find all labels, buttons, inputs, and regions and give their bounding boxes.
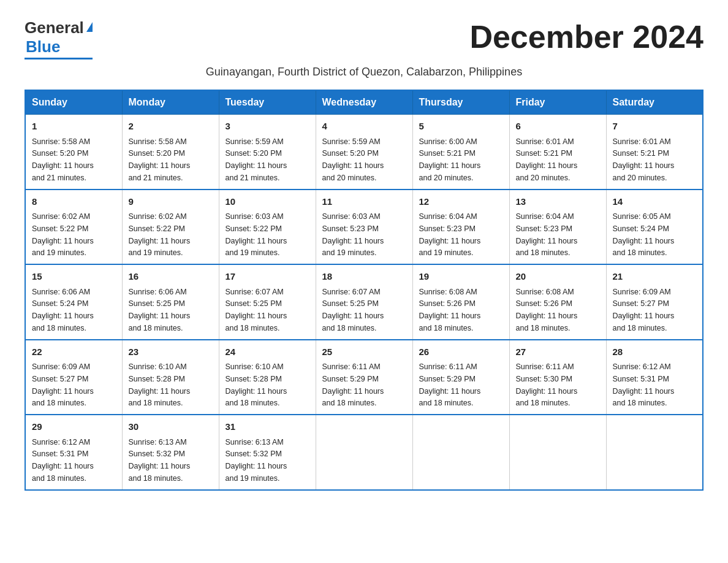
calendar-cell: 31 Sunrise: 6:13 AMSunset: 5:32 PMDaylig… [219,415,316,490]
day-number: 2 [129,120,213,134]
calendar-week-row: 29 Sunrise: 6:12 AMSunset: 5:31 PMDaylig… [25,415,703,490]
day-number: 3 [226,120,309,134]
page-header: General Blue December 2024 [25,18,703,59]
day-info: Sunrise: 6:01 AMSunset: 5:21 PMDaylight:… [516,137,578,182]
day-number: 19 [419,270,503,284]
day-info: Sunrise: 5:58 AMSunset: 5:20 PMDaylight:… [129,137,191,182]
calendar-cell: 15 Sunrise: 6:06 AMSunset: 5:24 PMDaylig… [25,264,122,340]
logo-triangle-icon [86,22,93,32]
day-number: 26 [419,345,503,359]
day-number: 7 [613,120,697,134]
day-info: Sunrise: 6:11 AMSunset: 5:29 PMDaylight:… [322,362,384,407]
day-info: Sunrise: 6:07 AMSunset: 5:25 PMDaylight:… [226,288,287,332]
day-info: Sunrise: 6:09 AMSunset: 5:27 PMDaylight:… [613,288,675,332]
calendar-cell: 8 Sunrise: 6:02 AMSunset: 5:22 PMDayligh… [25,190,122,265]
day-number: 11 [322,195,406,209]
calendar-header-thursday: Thursday [412,90,509,115]
calendar-cell: 18 Sunrise: 6:07 AMSunset: 5:25 PMDaylig… [316,264,412,340]
day-number: 5 [419,120,503,134]
calendar-cell: 25 Sunrise: 6:11 AMSunset: 5:29 PMDaylig… [316,340,412,415]
day-info: Sunrise: 6:02 AMSunset: 5:22 PMDaylight:… [129,212,191,257]
calendar-week-row: 1 Sunrise: 5:58 AMSunset: 5:20 PMDayligh… [25,115,703,190]
calendar-header-sunday: Sunday [25,90,122,115]
calendar-cell: 7 Sunrise: 6:01 AMSunset: 5:21 PMDayligh… [606,115,703,190]
calendar-cell: 27 Sunrise: 6:11 AMSunset: 5:30 PMDaylig… [509,340,606,415]
day-number: 8 [32,195,116,209]
day-number: 13 [516,195,600,209]
day-number: 22 [32,345,116,359]
calendar-header-saturday: Saturday [606,90,703,115]
day-number: 10 [226,195,309,209]
day-number: 20 [516,270,600,284]
day-info: Sunrise: 6:13 AMSunset: 5:32 PMDaylight:… [226,438,287,483]
logo-underline [25,58,93,59]
day-number: 24 [226,345,309,359]
day-info: Sunrise: 6:09 AMSunset: 5:27 PMDaylight:… [32,362,94,407]
day-number: 4 [322,120,406,134]
page-title: December 2024 [469,18,703,55]
calendar-cell: 23 Sunrise: 6:10 AMSunset: 5:28 PMDaylig… [122,340,219,415]
day-number: 17 [226,270,309,284]
day-number: 6 [516,120,600,134]
day-info: Sunrise: 5:58 AMSunset: 5:20 PMDaylight:… [32,137,94,182]
calendar-cell: 6 Sunrise: 6:01 AMSunset: 5:21 PMDayligh… [509,115,606,190]
calendar-cell: 29 Sunrise: 6:12 AMSunset: 5:31 PMDaylig… [25,415,122,490]
day-number: 15 [32,270,116,284]
day-info: Sunrise: 6:04 AMSunset: 5:23 PMDaylight:… [516,212,578,257]
day-number: 16 [129,270,213,284]
logo-text-black: General [25,18,84,37]
calendar-cell: 5 Sunrise: 6:00 AMSunset: 5:21 PMDayligh… [412,115,509,190]
page-subtitle: Guinayangan, Fourth District of Quezon, … [25,66,703,79]
calendar-cell [316,415,412,490]
day-info: Sunrise: 5:59 AMSunset: 5:20 PMDaylight:… [322,137,384,182]
calendar-header-wednesday: Wednesday [316,90,412,115]
day-number: 28 [613,345,697,359]
calendar-cell: 28 Sunrise: 6:12 AMSunset: 5:31 PMDaylig… [606,340,703,415]
calendar-cell: 4 Sunrise: 5:59 AMSunset: 5:20 PMDayligh… [316,115,412,190]
day-info: Sunrise: 6:13 AMSunset: 5:32 PMDaylight:… [129,438,191,483]
day-info: Sunrise: 6:04 AMSunset: 5:23 PMDaylight:… [419,212,481,257]
calendar-cell: 24 Sunrise: 6:10 AMSunset: 5:28 PMDaylig… [219,340,316,415]
calendar-cell: 10 Sunrise: 6:03 AMSunset: 5:22 PMDaylig… [219,190,316,265]
day-number: 25 [322,345,406,359]
day-number: 12 [419,195,503,209]
calendar-header-monday: Monday [122,90,219,115]
calendar-week-row: 15 Sunrise: 6:06 AMSunset: 5:24 PMDaylig… [25,264,703,340]
calendar-cell: 2 Sunrise: 5:58 AMSunset: 5:20 PMDayligh… [122,115,219,190]
day-info: Sunrise: 6:05 AMSunset: 5:24 PMDaylight:… [613,212,675,257]
day-info: Sunrise: 6:12 AMSunset: 5:31 PMDaylight:… [32,438,94,483]
calendar-cell: 19 Sunrise: 6:08 AMSunset: 5:26 PMDaylig… [412,264,509,340]
day-info: Sunrise: 6:06 AMSunset: 5:24 PMDaylight:… [32,288,94,332]
calendar-cell [606,415,703,490]
day-info: Sunrise: 6:12 AMSunset: 5:31 PMDaylight:… [613,362,675,407]
day-info: Sunrise: 6:01 AMSunset: 5:21 PMDaylight:… [613,137,675,182]
day-number: 23 [129,345,213,359]
calendar-cell [412,415,509,490]
calendar-header-tuesday: Tuesday [219,90,316,115]
calendar-cell: 3 Sunrise: 5:59 AMSunset: 5:20 PMDayligh… [219,115,316,190]
day-info: Sunrise: 6:02 AMSunset: 5:22 PMDaylight:… [32,212,94,257]
day-info: Sunrise: 6:06 AMSunset: 5:25 PMDaylight:… [129,288,191,332]
calendar-cell: 12 Sunrise: 6:04 AMSunset: 5:23 PMDaylig… [412,190,509,265]
calendar-header-row: SundayMondayTuesdayWednesdayThursdayFrid… [25,90,703,115]
day-info: Sunrise: 5:59 AMSunset: 5:20 PMDaylight:… [226,137,287,182]
day-number: 29 [32,420,116,434]
day-number: 14 [613,195,697,209]
day-number: 30 [129,420,213,434]
logo: General Blue [25,18,93,59]
day-info: Sunrise: 6:08 AMSunset: 5:26 PMDaylight:… [419,288,481,332]
calendar-cell: 21 Sunrise: 6:09 AMSunset: 5:27 PMDaylig… [606,264,703,340]
calendar-cell [509,415,606,490]
calendar-table: SundayMondayTuesdayWednesdayThursdayFrid… [25,90,703,491]
day-number: 31 [226,420,309,434]
logo-text-blue: Blue [26,37,60,56]
day-info: Sunrise: 6:11 AMSunset: 5:30 PMDaylight:… [516,362,578,407]
day-number: 18 [322,270,406,284]
calendar-cell: 22 Sunrise: 6:09 AMSunset: 5:27 PMDaylig… [25,340,122,415]
calendar-week-row: 8 Sunrise: 6:02 AMSunset: 5:22 PMDayligh… [25,190,703,265]
day-info: Sunrise: 6:07 AMSunset: 5:25 PMDaylight:… [322,288,384,332]
calendar-week-row: 22 Sunrise: 6:09 AMSunset: 5:27 PMDaylig… [25,340,703,415]
calendar-cell: 16 Sunrise: 6:06 AMSunset: 5:25 PMDaylig… [122,264,219,340]
calendar-cell: 11 Sunrise: 6:03 AMSunset: 5:23 PMDaylig… [316,190,412,265]
calendar-cell: 13 Sunrise: 6:04 AMSunset: 5:23 PMDaylig… [509,190,606,265]
